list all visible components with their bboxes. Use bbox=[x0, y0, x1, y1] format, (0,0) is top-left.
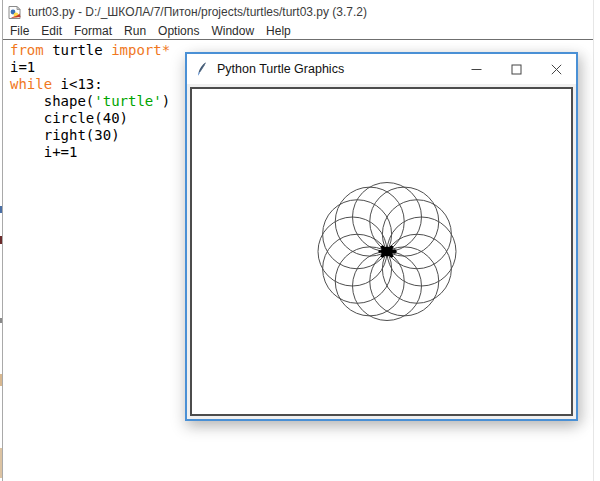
menu-item-options[interactable]: Options bbox=[152, 24, 205, 39]
tk-feather-icon bbox=[196, 62, 208, 77]
menu-item-edit[interactable]: Edit bbox=[35, 24, 68, 39]
menu-item-run[interactable]: Run bbox=[118, 24, 152, 39]
turtle-titlebar: Python Turtle Graphics bbox=[187, 54, 576, 84]
menu-item-file[interactable]: File bbox=[4, 24, 35, 39]
idle-window-title: turt03.py - D:/_ШКОЛА/7/Питон/projects/t… bbox=[28, 5, 367, 19]
maximize-icon bbox=[511, 64, 522, 75]
window-controls bbox=[456, 54, 576, 84]
idle-titlebar: turt03.py - D:/_ШКОЛА/7/Питон/projects/t… bbox=[3, 0, 593, 24]
spirograph-drawing bbox=[192, 89, 571, 414]
turtle-canvas bbox=[190, 87, 573, 416]
close-button[interactable] bbox=[536, 54, 576, 84]
menu-item-window[interactable]: Window bbox=[205, 24, 260, 39]
turtle-graphics-window: Python Turtle Graphics bbox=[185, 52, 578, 421]
minimize-button[interactable] bbox=[456, 54, 496, 84]
minimize-icon bbox=[471, 64, 482, 75]
close-icon bbox=[551, 64, 562, 75]
maximize-button[interactable] bbox=[496, 54, 536, 84]
idle-file-icon bbox=[7, 5, 22, 20]
menu-bar: FileEditFormatRunOptionsWindowHelp bbox=[3, 24, 593, 40]
menu-item-help[interactable]: Help bbox=[260, 24, 297, 39]
menu-item-format[interactable]: Format bbox=[68, 24, 118, 39]
turtle-window-title: Python Turtle Graphics bbox=[217, 62, 456, 76]
turtle-window-content bbox=[187, 84, 576, 419]
